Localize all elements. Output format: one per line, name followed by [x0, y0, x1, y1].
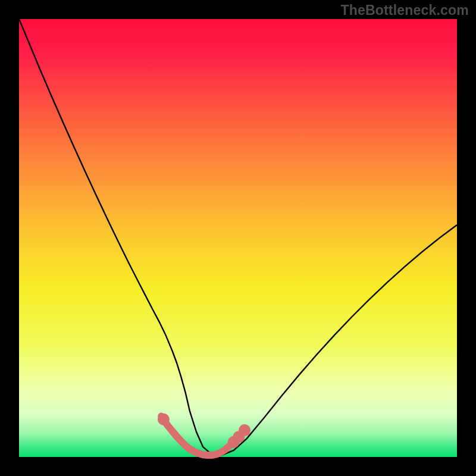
bottleneck-chart [0, 0, 476, 476]
marker-point [239, 424, 250, 436]
chart-stage: TheBottleneck.com [0, 0, 476, 476]
plot-background [19, 19, 457, 457]
marker-point [158, 414, 170, 425]
